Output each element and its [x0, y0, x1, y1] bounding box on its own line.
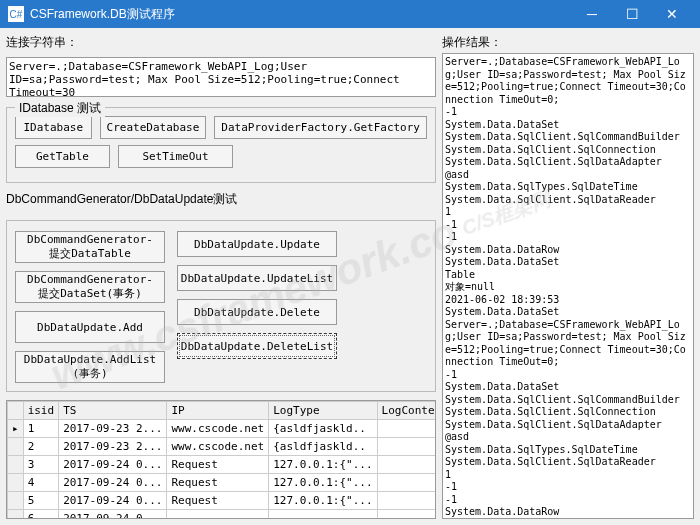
- result-label: 操作结果：: [442, 34, 694, 51]
- grid-header[interactable]: IP: [167, 402, 269, 420]
- maximize-button[interactable]: ☐: [612, 0, 652, 28]
- close-button[interactable]: ✕: [652, 0, 692, 28]
- grid-cell[interactable]: Request: [167, 456, 269, 474]
- group-idatabase: IDatabase 测试 IDatabase CreateDatabase Da…: [6, 107, 436, 183]
- grid-cell[interactable]: www.cscode.net: [167, 438, 269, 456]
- grid-header[interactable]: isid: [23, 402, 59, 420]
- grid-cell[interactable]: 5: [23, 492, 59, 510]
- table-row[interactable]: 52017-09-24 0...Request127.0.0.1:{"...: [8, 492, 437, 510]
- grid-cell[interactable]: 127.0.0.1:{"...: [269, 492, 377, 510]
- grid-cell[interactable]: 1: [23, 420, 59, 438]
- grid-cell[interactable]: 2017-09-24 0...: [59, 492, 167, 510]
- grid-cell[interactable]: 2017-09-24 0...: [59, 456, 167, 474]
- getfactory-button[interactable]: DataProviderFactory.GetFactory: [214, 116, 427, 139]
- grid-cell[interactable]: www.cscode.net: [167, 420, 269, 438]
- grid-cell[interactable]: 2017-09-24 0...: [59, 510, 167, 520]
- group-dbcommand: DbCommandGenerator-提交DataTable DbCommand…: [6, 220, 436, 392]
- delete-button[interactable]: DbDataUpdate.Delete: [177, 299, 337, 325]
- addlist-button[interactable]: DbDataUpdate.AddList (事务): [15, 351, 165, 383]
- grid-cell[interactable]: 127.0.0.1:{"...: [269, 474, 377, 492]
- table-row[interactable]: 62017-09-24 0...: [8, 510, 437, 520]
- grid-header[interactable]: LogContent: [377, 402, 436, 420]
- result-output[interactable]: Server=.;Database=CSFramework_WebAPI_Log…: [442, 53, 694, 519]
- window-title: CSFramework.DB测试程序: [30, 6, 572, 23]
- group-idatabase-title: IDatabase 测试: [15, 100, 105, 117]
- grid-cell[interactable]: [377, 456, 436, 474]
- gettable-button[interactable]: GetTable: [15, 145, 110, 168]
- grid-cell[interactable]: Request: [167, 492, 269, 510]
- grid-cell[interactable]: 4: [23, 474, 59, 492]
- data-grid[interactable]: isidTSIPLogTypeLogContent ▸12017-09-23 2…: [6, 400, 436, 519]
- conn-string-input[interactable]: Server=.;Database=CSFramework_WebAPI_Log…: [6, 57, 436, 97]
- table-row[interactable]: ▸12017-09-23 2...www.cscode.net{asldfjas…: [8, 420, 437, 438]
- grid-cell[interactable]: [269, 510, 377, 520]
- grid-header[interactable]: TS: [59, 402, 167, 420]
- conn-label: 连接字符串：: [6, 34, 436, 51]
- group2-title: DbCommandGenerator/DbDataUpdate测试: [6, 191, 436, 208]
- grid-cell[interactable]: 6: [23, 510, 59, 520]
- deletelist-button[interactable]: DbDataUpdate.DeleteList: [177, 333, 337, 359]
- grid-cell[interactable]: 3: [23, 456, 59, 474]
- grid-cell[interactable]: [377, 420, 436, 438]
- settimeout-button[interactable]: SetTimeOut: [118, 145, 233, 168]
- titlebar: C# CSFramework.DB测试程序 ─ ☐ ✕: [0, 0, 700, 28]
- grid-cell[interactable]: 2017-09-24 0...: [59, 474, 167, 492]
- grid-cell[interactable]: {asldfjaskld..: [269, 438, 377, 456]
- commit-dataset-button[interactable]: DbCommandGenerator-提交DataSet(事务): [15, 271, 165, 303]
- updatelist-button[interactable]: DbDataUpdate.UpdateList: [177, 265, 337, 291]
- table-row[interactable]: 22017-09-23 2...www.cscode.net{asldfjask…: [8, 438, 437, 456]
- grid-cell[interactable]: Request: [167, 474, 269, 492]
- grid-cell[interactable]: [377, 510, 436, 520]
- add-button[interactable]: DbDataUpdate.Add: [15, 311, 165, 343]
- app-icon: C#: [8, 6, 24, 22]
- minimize-button[interactable]: ─: [572, 0, 612, 28]
- grid-cell[interactable]: 2017-09-23 2...: [59, 420, 167, 438]
- commit-datatable-button[interactable]: DbCommandGenerator-提交DataTable: [15, 231, 165, 263]
- grid-header[interactable]: LogType: [269, 402, 377, 420]
- update-button[interactable]: DbDataUpdate.Update: [177, 231, 337, 257]
- grid-cell[interactable]: {asldfjaskld..: [269, 420, 377, 438]
- grid-cell[interactable]: [377, 438, 436, 456]
- grid-cell[interactable]: 127.0.0.1:{"...: [269, 456, 377, 474]
- table-row[interactable]: 32017-09-24 0...Request127.0.0.1:{"...: [8, 456, 437, 474]
- grid-cell[interactable]: 2: [23, 438, 59, 456]
- grid-cell[interactable]: [377, 492, 436, 510]
- grid-cell[interactable]: [167, 510, 269, 520]
- idatabase-button[interactable]: IDatabase: [15, 116, 92, 139]
- grid-cell[interactable]: [377, 474, 436, 492]
- table-row[interactable]: 42017-09-24 0...Request127.0.0.1:{"...: [8, 474, 437, 492]
- grid-cell[interactable]: 2017-09-23 2...: [59, 438, 167, 456]
- createdatabase-button[interactable]: CreateDatabase: [100, 116, 207, 139]
